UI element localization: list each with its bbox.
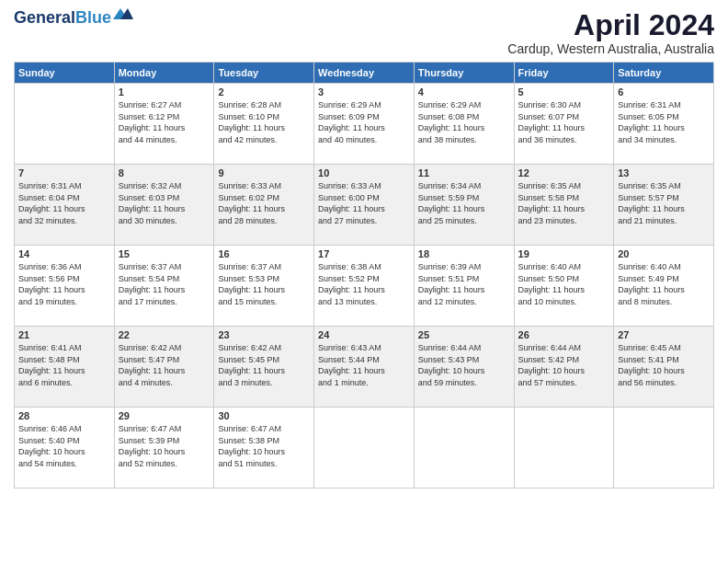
- col-header-monday: Monday: [114, 63, 214, 84]
- day-number: 13: [618, 167, 710, 178]
- day-info: Sunrise: 6:30 AM Sunset: 6:07 PM Dayligh…: [518, 99, 610, 145]
- day-info: Sunrise: 6:46 AM Sunset: 5:40 PM Dayligh…: [18, 423, 110, 469]
- day-number: 4: [418, 86, 510, 98]
- day-cell: [15, 84, 115, 165]
- calendar-table: SundayMondayTuesdayWednesdayThursdayFrid…: [14, 62, 714, 488]
- day-number: 27: [618, 329, 710, 340]
- day-info: Sunrise: 6:35 AM Sunset: 5:57 PM Dayligh…: [618, 180, 710, 226]
- day-info: Sunrise: 6:32 AM Sunset: 6:03 PM Dayligh…: [119, 180, 210, 226]
- logo-blue: Blue: [75, 8, 111, 27]
- day-info: Sunrise: 6:29 AM Sunset: 6:09 PM Dayligh…: [318, 99, 410, 145]
- logo-text: GeneralBlue: [14, 9, 111, 26]
- day-number: 30: [218, 410, 310, 421]
- day-info: Sunrise: 6:42 AM Sunset: 5:47 PM Dayligh…: [119, 342, 210, 388]
- day-number: 1: [119, 86, 210, 98]
- day-cell: 27Sunrise: 6:45 AM Sunset: 5:41 PM Dayli…: [614, 327, 714, 408]
- day-cell: 16Sunrise: 6:37 AM Sunset: 5:53 PM Dayli…: [214, 246, 314, 327]
- day-number: 18: [418, 248, 510, 259]
- day-number: 22: [119, 329, 210, 340]
- day-info: Sunrise: 6:38 AM Sunset: 5:52 PM Dayligh…: [318, 261, 410, 307]
- day-cell: 23Sunrise: 6:42 AM Sunset: 5:45 PM Dayli…: [214, 327, 314, 408]
- page: GeneralBlue April 2024 Cardup, Western A…: [0, 0, 728, 563]
- day-number: 10: [318, 167, 410, 178]
- day-cell: 9Sunrise: 6:33 AM Sunset: 6:02 PM Daylig…: [214, 165, 314, 246]
- day-number: 28: [18, 410, 110, 421]
- day-number: 19: [518, 248, 610, 259]
- day-cell: [514, 408, 614, 488]
- day-info: Sunrise: 6:29 AM Sunset: 6:08 PM Dayligh…: [418, 99, 510, 145]
- day-number: 20: [618, 248, 710, 259]
- day-info: Sunrise: 6:37 AM Sunset: 5:54 PM Dayligh…: [119, 261, 210, 307]
- day-info: Sunrise: 6:39 AM Sunset: 5:51 PM Dayligh…: [418, 261, 510, 307]
- day-cell: 5Sunrise: 6:30 AM Sunset: 6:07 PM Daylig…: [514, 84, 614, 165]
- day-info: Sunrise: 6:47 AM Sunset: 5:39 PM Dayligh…: [119, 423, 210, 469]
- day-info: Sunrise: 6:28 AM Sunset: 6:10 PM Dayligh…: [218, 99, 310, 145]
- day-number: 9: [218, 167, 310, 178]
- day-info: Sunrise: 6:41 AM Sunset: 5:48 PM Dayligh…: [18, 342, 110, 388]
- day-info: Sunrise: 6:33 AM Sunset: 6:02 PM Dayligh…: [218, 180, 310, 226]
- day-number: 17: [318, 248, 410, 259]
- logo-icon: [113, 6, 133, 25]
- day-info: Sunrise: 6:40 AM Sunset: 5:50 PM Dayligh…: [518, 261, 610, 307]
- day-cell: [314, 408, 415, 488]
- day-info: Sunrise: 6:37 AM Sunset: 5:53 PM Dayligh…: [218, 261, 310, 307]
- day-info: Sunrise: 6:35 AM Sunset: 5:58 PM Dayligh…: [518, 180, 610, 226]
- day-info: Sunrise: 6:43 AM Sunset: 5:44 PM Dayligh…: [318, 342, 410, 388]
- day-info: Sunrise: 6:47 AM Sunset: 5:38 PM Dayligh…: [218, 423, 310, 469]
- day-number: 2: [218, 86, 310, 98]
- day-cell: 7Sunrise: 6:31 AM Sunset: 6:04 PM Daylig…: [15, 165, 115, 246]
- day-info: Sunrise: 6:36 AM Sunset: 5:56 PM Dayligh…: [18, 261, 110, 307]
- day-cell: 2Sunrise: 6:28 AM Sunset: 6:10 PM Daylig…: [214, 84, 314, 165]
- day-cell: 18Sunrise: 6:39 AM Sunset: 5:51 PM Dayli…: [414, 246, 514, 327]
- day-info: Sunrise: 6:31 AM Sunset: 6:04 PM Dayligh…: [18, 180, 110, 226]
- day-cell: 25Sunrise: 6:44 AM Sunset: 5:43 PM Dayli…: [414, 327, 514, 408]
- day-number: 5: [518, 86, 610, 98]
- week-row-3: 14Sunrise: 6:36 AM Sunset: 5:56 PM Dayli…: [15, 246, 714, 327]
- day-cell: 3Sunrise: 6:29 AM Sunset: 6:09 PM Daylig…: [314, 84, 415, 165]
- day-cell: [414, 408, 514, 488]
- day-cell: 1Sunrise: 6:27 AM Sunset: 6:12 PM Daylig…: [114, 84, 214, 165]
- day-cell: 10Sunrise: 6:33 AM Sunset: 6:00 PM Dayli…: [314, 165, 415, 246]
- day-info: Sunrise: 6:44 AM Sunset: 5:42 PM Dayligh…: [518, 342, 610, 388]
- day-cell: [614, 408, 714, 488]
- day-cell: 24Sunrise: 6:43 AM Sunset: 5:44 PM Dayli…: [314, 327, 415, 408]
- col-header-thursday: Thursday: [414, 63, 514, 84]
- day-cell: 15Sunrise: 6:37 AM Sunset: 5:54 PM Dayli…: [114, 246, 214, 327]
- day-cell: 22Sunrise: 6:42 AM Sunset: 5:47 PM Dayli…: [114, 327, 214, 408]
- week-row-5: 28Sunrise: 6:46 AM Sunset: 5:40 PM Dayli…: [15, 408, 714, 488]
- day-info: Sunrise: 6:27 AM Sunset: 6:12 PM Dayligh…: [119, 99, 210, 145]
- week-row-4: 21Sunrise: 6:41 AM Sunset: 5:48 PM Dayli…: [15, 327, 714, 408]
- day-number: 3: [318, 86, 410, 98]
- day-number: 24: [318, 329, 410, 340]
- day-cell: 11Sunrise: 6:34 AM Sunset: 5:59 PM Dayli…: [414, 165, 514, 246]
- col-header-tuesday: Tuesday: [214, 63, 314, 84]
- day-info: Sunrise: 6:44 AM Sunset: 5:43 PM Dayligh…: [418, 342, 510, 388]
- day-number: 8: [119, 167, 210, 178]
- col-header-friday: Friday: [514, 63, 614, 84]
- col-header-wednesday: Wednesday: [314, 63, 415, 84]
- header: GeneralBlue April 2024 Cardup, Western A…: [14, 9, 714, 56]
- day-info: Sunrise: 6:42 AM Sunset: 5:45 PM Dayligh…: [218, 342, 310, 388]
- header-row: SundayMondayTuesdayWednesdayThursdayFrid…: [15, 63, 714, 84]
- day-cell: 28Sunrise: 6:46 AM Sunset: 5:40 PM Dayli…: [15, 408, 115, 488]
- day-number: 12: [518, 167, 610, 178]
- day-number: 26: [518, 329, 610, 340]
- day-cell: 30Sunrise: 6:47 AM Sunset: 5:38 PM Dayli…: [214, 408, 314, 488]
- title-area: April 2024 Cardup, Western Australia, Au…: [507, 9, 714, 56]
- day-number: 16: [218, 248, 310, 259]
- day-cell: 26Sunrise: 6:44 AM Sunset: 5:42 PM Dayli…: [514, 327, 614, 408]
- day-number: 6: [618, 86, 710, 98]
- day-number: 25: [418, 329, 510, 340]
- day-cell: 6Sunrise: 6:31 AM Sunset: 6:05 PM Daylig…: [614, 84, 714, 165]
- day-info: Sunrise: 6:45 AM Sunset: 5:41 PM Dayligh…: [618, 342, 710, 388]
- day-number: 29: [119, 410, 210, 421]
- day-number: 21: [18, 329, 110, 340]
- week-row-1: 1Sunrise: 6:27 AM Sunset: 6:12 PM Daylig…: [15, 84, 714, 165]
- day-cell: 21Sunrise: 6:41 AM Sunset: 5:48 PM Dayli…: [15, 327, 115, 408]
- day-number: 14: [18, 248, 110, 259]
- day-info: Sunrise: 6:31 AM Sunset: 6:05 PM Dayligh…: [618, 99, 710, 145]
- day-number: 15: [119, 248, 210, 259]
- day-cell: 12Sunrise: 6:35 AM Sunset: 5:58 PM Dayli…: [514, 165, 614, 246]
- logo: GeneralBlue: [14, 9, 133, 26]
- day-cell: 29Sunrise: 6:47 AM Sunset: 5:39 PM Dayli…: [114, 408, 214, 488]
